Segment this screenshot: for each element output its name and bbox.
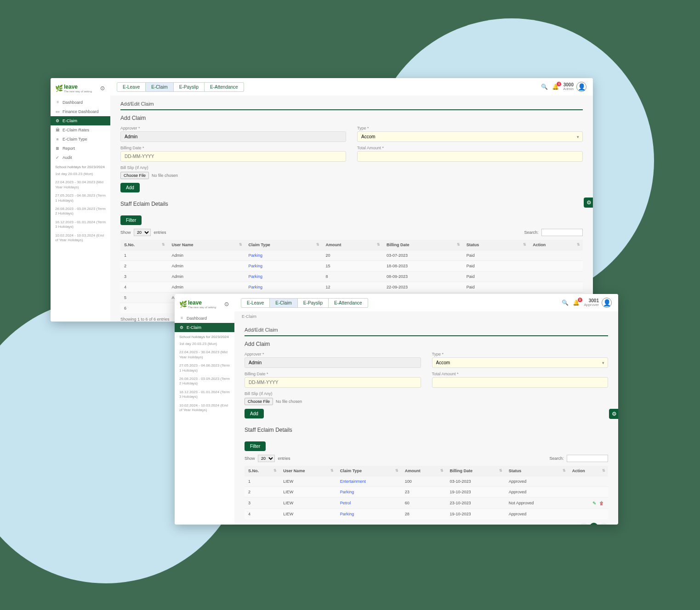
holidays-header: School holidays for 2023/2024 [51,162,110,170]
claim-type-link[interactable]: Parking [249,264,263,268]
entries-select[interactable]: 20 [134,229,151,236]
amount-input[interactable] [432,377,609,388]
file-status: No file chosen [276,399,302,404]
claim-type-link[interactable]: Parking [340,512,354,516]
page-next[interactable]: › [600,523,608,525]
menu-icon: ⌗ [179,316,184,321]
col-sno[interactable]: S.No. [245,466,279,476]
tab-eclaim[interactable]: E-Claim [146,82,174,92]
sidebar-item-label: E-Claim [63,119,77,123]
menu-icon: 🗎 [55,146,60,151]
topbar: E-LeaveE-ClaimE-PayslipE-Attendance 🔍 🔔0… [234,294,618,311]
module-tabs: E-LeaveE-ClaimE-PayslipE-Attendance [117,82,244,92]
settings-fab-icon[interactable]: ⚙ [609,409,618,419]
claim-type-link[interactable]: Parking [249,285,263,289]
col-username[interactable]: User Name [279,466,336,476]
sidebar: 🌿 leave The new way of asking ⊙ ⌗Dashboa… [175,294,234,525]
billing-date-input[interactable] [120,151,346,162]
table-search: Search: [549,455,608,462]
approver-input [245,357,421,368]
holiday-note: 26.08.2023 - 03.09.2023 (Term 2 Holidays… [175,375,234,388]
notification-bell-icon[interactable]: 🔔0 [573,299,580,306]
filter-button[interactable]: Filter [120,215,142,225]
tab-eattendance[interactable]: E-Attendance [329,298,368,308]
col-billingdate[interactable]: Billing Date [383,240,463,250]
page-prev[interactable]: ‹ [580,523,588,525]
tab-eclaim[interactable]: E-Claim [270,298,298,308]
search-icon[interactable]: 🔍 [541,84,547,90]
tab-eattendance[interactable]: E-Attendance [205,82,244,92]
sidebar-item-report[interactable]: 🗎Report [51,144,110,153]
col-amount[interactable]: Amount [401,466,446,476]
claim-type-link[interactable]: Parking [249,253,263,258]
module-tabs: E-LeaveE-ClaimE-PayslipE-Attendance [241,298,368,308]
user-menu[interactable]: 3001 Approver 👤 [584,298,612,308]
settings-fab-icon[interactable]: ⚙ [584,198,593,208]
filter-button[interactable]: Filter [245,441,266,451]
edit-icon[interactable]: ✎ [592,500,597,506]
sidebar-collapse-icon[interactable]: ⊙ [99,85,106,91]
tab-eleave[interactable]: E-Leave [241,298,270,308]
col-status[interactable]: Status [505,466,569,476]
billing-date-input[interactable] [245,377,421,388]
sidebar-item-dashboard[interactable]: ⌗Dashboard [175,313,234,323]
holiday-note: 26.08.2023 - 03.09.2023 (Term 2 Holidays… [51,205,110,218]
col-status[interactable]: Status [463,240,529,250]
claim-type-link[interactable]: Parking [249,274,263,279]
approver-input [120,131,346,142]
sidebar-item-eclaim[interactable]: ⚙E-Claim [51,116,110,125]
brand-name: leave [188,299,202,306]
col-action[interactable]: Action [529,240,583,250]
avatar-icon: 👤 [576,82,586,92]
col-billingdate[interactable]: Billing Date [446,466,505,476]
col-claimtype[interactable]: Claim Type [336,466,401,476]
claim-type-link[interactable]: Parking [340,490,354,494]
sidebar-item-eclaimrates[interactable]: 🏛E-Claim Rates [51,125,110,135]
sidebar-item-eclaim[interactable]: ⚙E-Claim [175,323,234,332]
col-claimtype[interactable]: Claim Type [245,240,322,250]
sidebar-item-audit[interactable]: ✓Audit [51,153,110,162]
pagination: ‹ 1 › [580,523,608,525]
brand-name: leave [64,84,78,90]
sidebar-item-eclaimtype[interactable]: ≡E-Claim Type [51,135,110,144]
menu-icon: 🏛 [55,128,60,132]
add-button[interactable]: Add [245,409,264,418]
tab-epayslip[interactable]: E-Payslip [298,298,329,308]
col-sno[interactable]: S.No. [120,240,168,250]
details-heading: Staff Eclaim Details [120,201,583,207]
tab-epayslip[interactable]: E-Payslip [174,82,205,92]
sidebar-item-dashboard[interactable]: ⌗Dashboard [51,97,110,107]
choose-file-button[interactable]: Choose File [120,172,149,179]
main-area: E-LeaveE-ClaimE-PayslipE-Attendance 🔍 🔔0… [234,294,618,525]
type-select[interactable] [432,357,609,368]
brand-tagline: The new way of asking [64,90,92,93]
table-row: 2LIEWParking2319-10-2023Approved [245,487,608,497]
col-username[interactable]: User Name [168,240,245,250]
add-claim-heading: Add Claim [120,115,583,121]
search-icon[interactable]: 🔍 [562,299,569,306]
tab-eleave[interactable]: E-Leave [117,82,146,92]
col-action[interactable]: Action [569,466,608,476]
search-input[interactable] [567,455,608,462]
amount-input[interactable] [357,151,583,162]
search-input[interactable] [541,229,583,236]
user-menu[interactable]: 3000 Admin 👤 [563,82,586,92]
user-role: Approver [584,303,599,307]
entries-select[interactable]: 20 [258,455,275,462]
type-select[interactable] [357,131,583,142]
delete-icon[interactable]: 🗑 [599,500,604,506]
menu-icon: ✓ [55,155,60,160]
billing-date-label: Billing Date * [120,146,346,150]
choose-file-button[interactable]: Choose File [245,398,273,405]
sidebar-collapse-icon[interactable]: ⊙ [223,301,230,307]
claim-type-link[interactable]: Entertainment [340,479,366,484]
sidebar-item-financedashboard[interactable]: ▭Finance Dashboard [51,107,110,116]
brand-tagline: The new way of asking [188,306,216,309]
page-1[interactable]: 1 [590,523,598,525]
table-row: 1AdminParking2003-07-2023Paid [120,250,583,261]
holiday-note: 16.12.2023 - 01.01.2024 (Term 3 Holidays… [51,218,110,232]
claim-type-link[interactable]: Petrol [340,501,351,505]
notification-bell-icon[interactable]: 🔔0 [552,84,558,90]
col-amount[interactable]: Amount [322,240,383,250]
add-button[interactable]: Add [120,183,140,192]
